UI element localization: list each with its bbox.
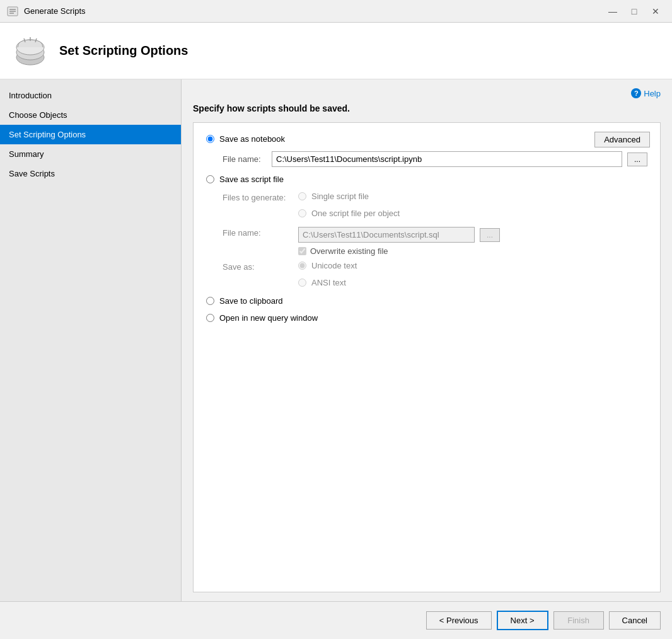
save-as-options: Unicode text ANSI text <box>298 261 357 291</box>
save-to-clipboard-radio[interactable]: Save to clipboard <box>206 296 647 306</box>
save-as-notebook-input[interactable] <box>206 135 214 143</box>
save-as-notebook-group: Save as notebook <box>206 134 647 144</box>
previous-button[interactable]: < Previous <box>426 611 492 630</box>
script-file-label: File name: <box>223 227 298 238</box>
title-bar: Generate Scripts — □ ✕ <box>0 0 672 23</box>
overwrite-label: Overwrite existing file <box>310 246 388 256</box>
notebook-file-row: File name: ... <box>223 151 647 167</box>
cancel-button[interactable]: Cancel <box>609 611 661 630</box>
advanced-button[interactable]: Advanced <box>594 132 650 147</box>
overwrite-checkbox: Overwrite existing file <box>298 246 500 256</box>
sidebar-item-save-scripts[interactable]: Save Scripts <box>0 164 181 183</box>
save-as-script-label: Save as script file <box>219 175 284 184</box>
sidebar-item-introduction[interactable]: Introduction <box>0 86 181 105</box>
script-file-section: File name: ... Overwrite existing file <box>223 227 647 256</box>
unicode-text-input <box>298 262 306 270</box>
header-title: Set Scripting Options <box>59 43 188 58</box>
save-to-clipboard-input[interactable] <box>206 297 214 305</box>
open-in-new-query-group: Open in new query window <box>206 313 647 323</box>
one-per-object-label: One script file per object <box>311 209 400 218</box>
header: Set Scripting Options <box>0 23 672 79</box>
single-script-radio: Single script file <box>298 192 400 201</box>
section-title: Specify how scripts should be saved. <box>193 103 661 113</box>
save-as-label: Save as: <box>223 261 298 272</box>
save-as-notebook-label: Save as notebook <box>219 134 285 144</box>
help-icon: ? <box>631 88 641 98</box>
sidebar: Introduction Choose Objects Set Scriptin… <box>0 79 182 601</box>
notebook-browse-button[interactable]: ... <box>627 153 647 166</box>
script-browse-button: ... <box>480 228 500 242</box>
sidebar-item-choose-objects[interactable]: Choose Objects <box>0 105 181 125</box>
single-script-input <box>298 192 306 200</box>
main-area: Introduction Choose Objects Set Scriptin… <box>0 79 672 601</box>
window-controls: — □ ✕ <box>603 4 666 19</box>
save-to-clipboard-label: Save to clipboard <box>219 296 282 306</box>
content-panel: ? Help Specify how scripts should be sav… <box>182 79 672 601</box>
save-to-clipboard-group: Save to clipboard <box>206 296 647 306</box>
close-button[interactable]: ✕ <box>646 4 666 19</box>
ansi-text-input <box>298 279 306 287</box>
app-icon <box>6 5 19 18</box>
window-title: Generate Scripts <box>24 6 603 16</box>
open-in-new-query-radio[interactable]: Open in new query window <box>206 313 647 323</box>
overwrite-input <box>298 247 306 255</box>
single-script-label: Single script file <box>311 192 369 201</box>
save-as-section: Save as: Unicode text ANSI text <box>223 261 647 291</box>
notebook-file-input[interactable] <box>272 151 622 167</box>
finish-button: Finish <box>553 611 604 630</box>
files-to-generate-section: Files to generate: Single script file On… <box>223 192 647 222</box>
save-as-notebook-radio[interactable]: Save as notebook <box>206 134 647 144</box>
save-as-script-radio[interactable]: Save as script file <box>206 175 647 184</box>
next-button[interactable]: Next > <box>497 611 548 630</box>
script-file-content: ... Overwrite existing file <box>298 227 500 256</box>
header-icon <box>11 32 49 70</box>
sidebar-item-set-scripting-options[interactable]: Set Scripting Options <box>0 125 181 144</box>
ansi-text-label: ANSI text <box>311 278 346 287</box>
footer: < Previous Next > Finish Cancel <box>0 601 672 639</box>
sidebar-item-summary[interactable]: Summary <box>0 144 181 164</box>
unicode-text-radio: Unicode text <box>298 261 357 270</box>
one-per-object-input <box>298 209 306 217</box>
open-in-new-query-input[interactable] <box>206 314 214 322</box>
form-panel: Advanced Save as notebook File name: ...… <box>193 122 661 592</box>
script-file-input <box>298 227 475 243</box>
help-link[interactable]: ? Help <box>631 88 661 98</box>
files-to-generate-options: Single script file One script file per o… <box>298 192 400 222</box>
save-as-script-input[interactable] <box>206 175 214 183</box>
unicode-text-label: Unicode text <box>311 261 357 270</box>
maximize-button[interactable]: □ <box>624 4 644 19</box>
notebook-file-label: File name: <box>223 154 267 164</box>
minimize-button[interactable]: — <box>603 4 623 19</box>
ansi-text-radio: ANSI text <box>298 278 357 287</box>
files-to-generate-label: Files to generate: <box>223 192 298 202</box>
one-per-object-radio: One script file per object <box>298 209 400 218</box>
help-label: Help <box>644 89 661 98</box>
save-as-script-group: Save as script file <box>206 175 647 184</box>
help-row: ? Help <box>193 88 661 98</box>
open-in-new-query-label: Open in new query window <box>219 313 318 323</box>
